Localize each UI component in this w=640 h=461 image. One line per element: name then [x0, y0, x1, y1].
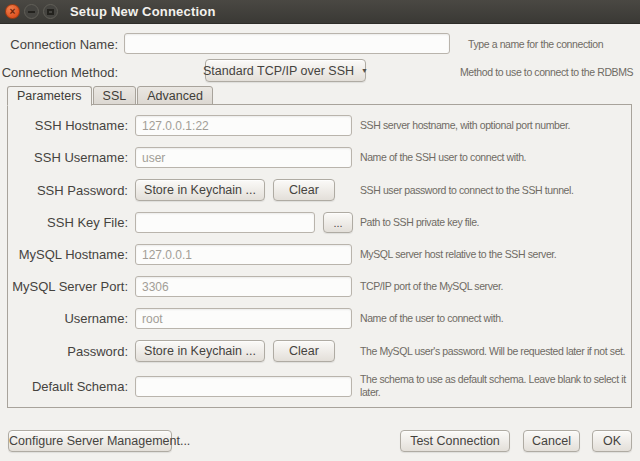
- ssh-username-input[interactable]: [135, 147, 352, 168]
- titlebar: × Setup New Connection: [0, 0, 640, 24]
- username-hint: Name of the user to connect with.: [360, 312, 631, 325]
- mysql-server-port-input[interactable]: [135, 276, 352, 297]
- tab-bar: Parameters SSL Advanced: [7, 85, 214, 105]
- chevron-down-icon: ▼: [361, 67, 368, 74]
- window-controls: ×: [0, 4, 58, 19]
- connection-name-label: Connection Name:: [0, 37, 118, 52]
- default-schema-input[interactable]: [135, 376, 352, 397]
- ok-button[interactable]: OK: [592, 430, 632, 452]
- mysql-hostname-input[interactable]: [135, 244, 352, 265]
- ssh-key-file-input[interactable]: [135, 212, 315, 233]
- close-icon[interactable]: ×: [5, 4, 20, 19]
- ssh-password-hint: SSH user password to connect to the SSH …: [360, 184, 631, 197]
- ssh-hostname-input[interactable]: [135, 115, 352, 136]
- test-connection-button[interactable]: Test Connection: [400, 430, 510, 452]
- tab-ssl[interactable]: SSL: [93, 86, 137, 105]
- parameters-panel: SSH Hostname: SSH server hostname, with …: [7, 104, 632, 408]
- username-label: Username:: [8, 311, 128, 326]
- configure-server-management-button[interactable]: Configure Server Management...: [8, 430, 172, 452]
- ssh-key-file-hint: Path to SSH private key file.: [360, 216, 631, 229]
- connection-method-value: Standard TCP/IP over SSH: [203, 64, 354, 78]
- ssh-key-file-row: SSH Key File: ... Path to SSH private ke…: [8, 212, 631, 233]
- password-label: Password:: [8, 344, 128, 359]
- connection-method-dropdown[interactable]: Standard TCP/IP over SSH ▼: [205, 59, 366, 82]
- ssh-username-hint: Name of the SSH user to connect with.: [360, 151, 631, 164]
- ssh-username-row: SSH Username: Name of the SSH user to co…: [8, 147, 631, 168]
- ssh-key-file-browse-button[interactable]: ...: [323, 212, 353, 233]
- ssh-password-row: SSH Password: Store in Keychain ... Clea…: [8, 179, 631, 201]
- tab-parameters[interactable]: Parameters: [7, 86, 92, 106]
- mysql-hostname-label: MySQL Hostname:: [8, 247, 128, 262]
- username-row: Username: Name of the user to connect wi…: [8, 308, 631, 329]
- ssh-store-in-keychain-button[interactable]: Store in Keychain ...: [135, 179, 265, 201]
- ssh-password-label: SSH Password:: [8, 183, 128, 198]
- ssh-key-file-label: SSH Key File:: [8, 215, 128, 230]
- username-input[interactable]: [135, 308, 352, 329]
- ssh-username-label: SSH Username:: [8, 150, 128, 165]
- password-row: Password: Store in Keychain ... Clear Th…: [8, 340, 631, 362]
- default-schema-row: Default Schema: The schema to use as def…: [8, 373, 631, 399]
- ssh-clear-password-button[interactable]: Clear: [273, 179, 335, 201]
- maximize-icon[interactable]: [43, 4, 58, 19]
- mysql-clear-password-button[interactable]: Clear: [273, 340, 335, 362]
- window-title: Setup New Connection: [70, 4, 216, 19]
- mysql-hostname-row: MySQL Hostname: MySQL server host relati…: [8, 244, 631, 265]
- default-schema-hint: The schema to use as default schema. Lea…: [360, 373, 631, 399]
- ssh-hostname-label: SSH Hostname:: [8, 118, 128, 133]
- mysql-hostname-hint: MySQL server host relative to the SSH se…: [360, 248, 631, 261]
- mysql-server-port-hint: TCP/IP port of the MySQL server.: [360, 280, 631, 293]
- cancel-button[interactable]: Cancel: [523, 430, 580, 452]
- tab-advanced[interactable]: Advanced: [137, 86, 213, 105]
- minimize-icon[interactable]: [24, 4, 39, 19]
- connection-method-label: Connection Method:: [0, 65, 118, 80]
- mysql-server-port-label: MySQL Server Port:: [8, 279, 128, 294]
- ssh-hostname-row: SSH Hostname: SSH server hostname, with …: [8, 115, 631, 136]
- connection-name-hint: Type a name for the connection: [468, 38, 603, 51]
- mysql-store-in-keychain-button[interactable]: Store in Keychain ...: [135, 340, 265, 362]
- ssh-hostname-hint: SSH server hostname, with optional port …: [360, 119, 631, 132]
- password-hint: The MySQL user's password. Will be reque…: [360, 345, 631, 358]
- connection-method-hint: Method to use to connect to the RDBMS: [460, 66, 633, 79]
- connection-name-input[interactable]: [124, 33, 450, 54]
- mysql-server-port-row: MySQL Server Port: TCP/IP port of the My…: [8, 276, 631, 297]
- default-schema-label: Default Schema:: [8, 379, 128, 394]
